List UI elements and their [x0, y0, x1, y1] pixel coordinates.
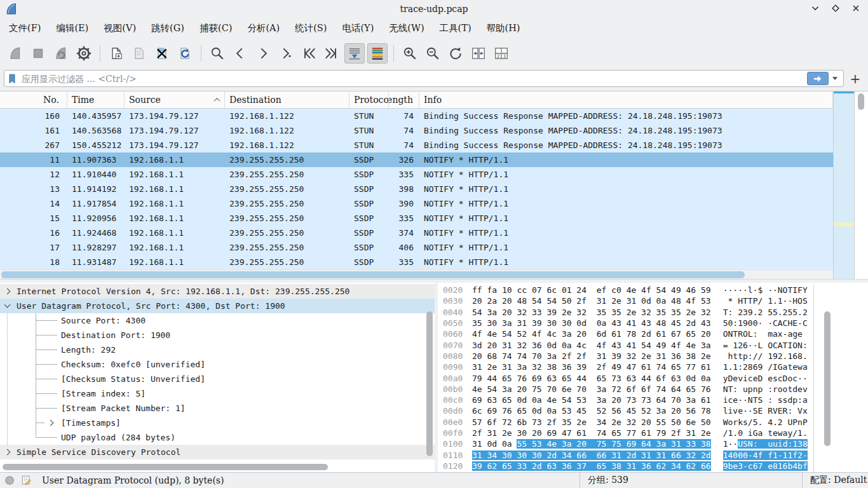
packet-row-18[interactable]: 1811.931487192.168.1.1239.255.255.250SSD… — [0, 255, 833, 269]
detail-row[interactable]: [Timestamps] — [0, 416, 435, 430]
menu-item-capture[interactable]: 捕获(C) — [192, 20, 240, 36]
go-first-icon[interactable] — [299, 43, 319, 64]
column-header-info[interactable]: Info — [419, 92, 833, 108]
go-forward-icon[interactable] — [253, 43, 273, 64]
find-packet-icon[interactable] — [207, 43, 227, 64]
detail-row[interactable]: [Stream index: 5] — [0, 386, 435, 401]
go-last-icon[interactable] — [322, 43, 342, 64]
hex-row-0030[interactable]: 003020 2a 20 48 54 54 50 2f 31 2e 31 0d … — [443, 295, 813, 306]
hex-row-0090[interactable]: 009031 2e 31 3a 32 38 36 39 2f 49 47 61 … — [443, 362, 813, 372]
expert-info-icon[interactable] — [4, 474, 17, 487]
hex-row-0110[interactable]: 011031 34 30 30 30 2d 34 66 66 31 2d 31 … — [443, 449, 813, 460]
column-header-no[interactable]: No. — [0, 92, 67, 108]
packet-row-160[interactable]: 160140.435957173.194.79.127192.168.1.122… — [0, 109, 833, 123]
packet-row-12[interactable]: 1211.910440192.168.1.1239.255.255.250SSD… — [0, 167, 833, 182]
display-filter-field[interactable] — [4, 70, 844, 87]
detail-row[interactable]: Length: 292 — [0, 342, 435, 357]
hex-row-0120[interactable]: 012039 62 65 33 2d 63 36 37 65 38 31 36 … — [443, 461, 813, 471]
go-back-icon[interactable] — [230, 43, 250, 64]
detail-row[interactable]: Simple Service Discovery Protocol — [0, 445, 435, 459]
packet-row-15[interactable]: 1511.920956192.168.1.1239.255.255.250SSD… — [0, 211, 833, 226]
hscroll-thumb[interactable] — [3, 464, 328, 470]
go-to-packet-icon[interactable] — [276, 43, 296, 64]
filter-apply-button[interactable] — [807, 72, 829, 85]
vscroll-thumb[interactable] — [426, 311, 433, 456]
menu-item-telephony[interactable]: 电话(Y) — [334, 20, 381, 36]
layout-icon[interactable]: 123 — [491, 43, 512, 64]
filter-add-button[interactable]: + — [848, 72, 863, 85]
hex-row-00b0[interactable]: 00b04e 54 3a 20 75 70 6e 70 3a 72 6f 6f … — [443, 384, 813, 395]
packet-row-16[interactable]: 1611.924468192.168.1.1239.255.255.250SSD… — [0, 226, 833, 240]
hex-row-0100[interactable]: 010031 0d 0a 55 53 4e 3a 20 75 75 69 64 … — [443, 438, 813, 449]
detail-row[interactable]: Internet Protocol Version 4, Src: 192.16… — [0, 284, 435, 299]
hex-row-00e0[interactable]: 00e057 6f 72 6b 73 2f 35 2e 34 2e 32 20 … — [443, 417, 813, 428]
hex-row-00c0[interactable]: 00c069 63 65 0d 0a 4e 54 53 3a 20 73 73 … — [443, 395, 813, 405]
hex-row-00d0[interactable]: 00d06c 69 76 65 0d 0a 53 45 52 56 45 52 … — [443, 405, 813, 416]
filter-bookmark-icon[interactable] — [7, 72, 17, 85]
detail-hscrollbar[interactable] — [1, 463, 419, 471]
detail-row[interactable]: [Stream Packet Number: 1] — [0, 401, 435, 416]
packet-row-17[interactable]: 1711.928297192.168.1.1239.255.255.250SSD… — [0, 240, 833, 255]
auto-scroll-icon[interactable] — [344, 43, 365, 64]
packet-row-13[interactable]: 1311.914192192.168.1.1239.255.255.250SSD… — [0, 182, 833, 196]
packet-row-267[interactable]: 267150.455212173.194.79.127192.168.1.122… — [0, 138, 833, 152]
packet-row-161[interactable]: 161140.563568173.194.79.127192.168.1.122… — [0, 123, 833, 138]
display-filter-input[interactable] — [20, 73, 807, 85]
detail-row[interactable]: User Datagram Protocol, Src Port: 4300, … — [0, 299, 435, 313]
column-header-length[interactable]: Length — [389, 92, 419, 108]
detail-row[interactable]: Source Port: 4300 — [0, 313, 435, 328]
menu-item-wireless[interactable]: 无线(W) — [381, 20, 431, 36]
zoom-in-icon[interactable] — [400, 43, 420, 64]
hex-row-0040[interactable]: 004054 3a 20 32 33 39 2e 32 35 35 2e 32 … — [443, 307, 813, 318]
menu-item-tools[interactable]: 工具(T) — [432, 20, 479, 36]
column-header-time[interactable]: Time — [67, 92, 125, 108]
menu-item-help[interactable]: 帮助(H) — [479, 20, 528, 36]
hscroll-thumb[interactable] — [1, 271, 745, 278]
close-icon[interactable] — [850, 3, 862, 14]
hex-dump[interactable]: 0020ff fa 10 cc 07 6c 01 24 ef c0 4e 4f … — [438, 285, 814, 472]
packet-list-hscrollbar[interactable] — [0, 269, 833, 279]
packet-row-11[interactable]: 1111.907363192.168.1.1239.255.255.250SSD… — [0, 152, 833, 167]
file-reload-icon[interactable] — [175, 43, 195, 64]
menu-item-statistics[interactable]: 统计(S) — [287, 20, 334, 36]
hex-row-0020[interactable]: 0020ff fa 10 cc 07 6c 01 24 ef c0 4e 4f … — [443, 285, 813, 295]
capture-comment-icon[interactable] — [20, 474, 33, 487]
detail-row[interactable]: Destination Port: 1900 — [0, 328, 435, 342]
detail-scrollbar[interactable] — [426, 283, 433, 472]
hex-row-00f0[interactable]: 00f02f 31 2e 30 20 69 47 61 74 65 77 61 … — [443, 428, 813, 438]
minimize-icon[interactable] — [810, 3, 821, 14]
zoom-out-icon[interactable] — [423, 43, 443, 64]
menu-item-analyze[interactable]: 分析(A) — [240, 20, 287, 36]
packet-list-scrollbar[interactable] — [855, 92, 868, 279]
status-profile[interactable]: 配置: Default — [802, 473, 868, 488]
hex-row-0050[interactable]: 005035 30 3a 31 39 30 30 0d 0a 43 41 43 … — [443, 318, 813, 329]
bytes-scrollbar[interactable] — [819, 283, 834, 472]
menu-item-view[interactable]: 视图(V) — [96, 20, 144, 36]
capture-options-icon[interactable] — [74, 43, 94, 64]
menu-item-go[interactable]: 跳转(G) — [144, 20, 192, 36]
file-close-icon[interactable] — [152, 43, 172, 64]
detail-row[interactable]: Checksum: 0xefc0 [unverified] — [0, 357, 435, 372]
colorize-icon[interactable] — [367, 43, 388, 64]
packet-row-14[interactable]: 1411.917854192.168.1.1239.255.255.250SSD… — [0, 196, 833, 211]
column-header-destination[interactable]: Destination — [225, 92, 349, 108]
hex-row-0080[interactable]: 008020 68 74 74 70 3a 2f 2f 31 39 32 2e … — [443, 351, 813, 362]
file-open-icon[interactable] — [106, 43, 126, 64]
vscroll-thumb[interactable] — [824, 311, 831, 446]
filter-dropdown-caret-icon[interactable] — [832, 77, 837, 80]
zoom-reset-icon[interactable] — [445, 43, 466, 64]
detail-row[interactable]: [Checksum Status: Unverified] — [0, 372, 435, 386]
column-header-source[interactable]: Source — [125, 92, 225, 108]
resize-columns-icon[interactable] — [468, 43, 489, 64]
detail-row[interactable]: UDP payload (284 bytes) — [0, 430, 435, 445]
hex-row-00a0[interactable]: 00a079 44 65 76 69 63 65 44 65 73 63 44 … — [443, 372, 813, 383]
hex-row-0070[interactable]: 00703d 20 31 32 36 0d 0a 4c 4f 43 41 54 … — [443, 339, 813, 350]
minimap-marker-blue — [834, 92, 854, 93]
column-header-protocol[interactable]: Protocol — [349, 92, 389, 108]
packet-list-minimap[interactable] — [833, 92, 855, 279]
menu-item-edit[interactable]: 编辑(E) — [48, 20, 96, 36]
hex-row-0060[interactable]: 00604f 4e 54 52 4f 4c 3a 20 6d 61 78 2d … — [443, 329, 813, 339]
menu-item-file[interactable]: 文件(F) — [1, 20, 48, 36]
maximize-icon[interactable] — [830, 3, 841, 14]
vscroll-thumb[interactable] — [858, 93, 864, 110]
